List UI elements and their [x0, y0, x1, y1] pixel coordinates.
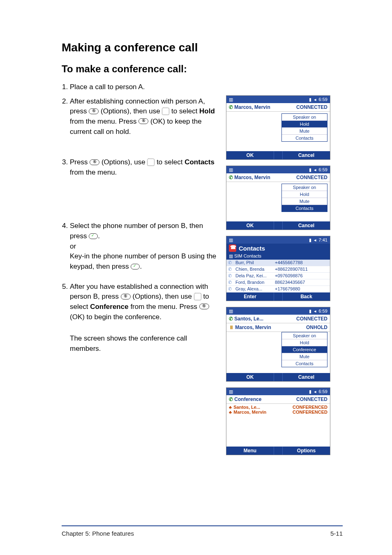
- step-1-text: Place a call to person A.: [70, 83, 145, 91]
- menu-item-mute[interactable]: Mute: [282, 128, 327, 135]
- call-status-2: ONHOLD: [306, 325, 327, 330]
- call-button-icon: [131, 264, 140, 269]
- menu-item-hold[interactable]: Hold: [282, 339, 327, 346]
- battery-icon: [229, 97, 233, 102]
- softkey-back[interactable]: Back: [283, 292, 330, 301]
- menu-item-contacts[interactable]: Contacts: [282, 205, 327, 212]
- softkey-cancel[interactable]: Cancel: [283, 373, 330, 381]
- sim-contacts-label: SIM Contacts: [234, 253, 261, 258]
- menu-item-speaker[interactable]: Speaker on: [282, 332, 327, 339]
- contact-row[interactable]: ✆Burr, Phil+4455667788: [226, 260, 330, 266]
- step-3-contacts: Contacts: [184, 158, 214, 166]
- softkey-ok[interactable]: OK: [226, 151, 274, 159]
- options-popup: Speaker on Hold Mute Contacts: [281, 113, 327, 142]
- menu-item-hold[interactable]: Hold: [282, 191, 327, 198]
- step-3-text-d: from the menu.: [70, 168, 117, 176]
- caller-name-2: Marcos, Mervin: [235, 325, 271, 330]
- step-5-text-d: from the menu. Press: [129, 303, 199, 311]
- footer-rule: [62, 525, 343, 526]
- contacts-title: Contacts: [239, 245, 265, 252]
- signal-icon: [309, 389, 311, 394]
- step-5-text-b: (Options), then use: [131, 292, 194, 300]
- menu-item-speaker[interactable]: Speaker on: [282, 184, 327, 191]
- caller-name: Marcos, Mervin: [234, 175, 270, 180]
- status-time: 6:59: [319, 167, 327, 172]
- step-5-conference: Conference: [90, 303, 129, 311]
- member-status: CONFERENCED: [293, 405, 327, 410]
- status-time: 6:59: [319, 389, 327, 394]
- step-2-text-c: to select: [169, 107, 199, 115]
- contact-row[interactable]: ✆Chien, Brenda+886228907811: [226, 266, 330, 273]
- menu-item-speaker[interactable]: Speaker on: [282, 114, 327, 121]
- member-name: Marcos, Mervin: [233, 410, 266, 415]
- signal-icon: [309, 237, 311, 243]
- softkey-options[interactable]: Options: [283, 447, 330, 455]
- screenshot-conference-menu: 6:59 ✆ Santos, Le... CONNECTED ⏸ Marcos,…: [226, 307, 330, 382]
- member-name: Santos, Le...: [233, 405, 260, 410]
- caller-name: Santos, Le...: [234, 316, 263, 322]
- status-time: 6:59: [319, 309, 327, 313]
- menu-item-hold[interactable]: Hold: [282, 121, 327, 128]
- sound-icon: [314, 97, 316, 102]
- step-2: After establishing connection with perso…: [70, 97, 218, 154]
- member-status: CONFERENCED: [293, 410, 327, 415]
- softkey-cancel[interactable]: Cancel: [283, 151, 330, 159]
- menu-item-conference[interactable]: Conference: [282, 346, 327, 353]
- ok-button-icon: ⦿: [199, 304, 209, 309]
- call-status: CONNECTED: [296, 316, 327, 322]
- battery-icon: [229, 389, 233, 394]
- page-title: Making a conference call: [62, 41, 343, 54]
- signal-icon: [309, 97, 311, 102]
- contacts-icon: [229, 244, 236, 252]
- step-4-text-b: .: [98, 232, 100, 240]
- battery-icon: [229, 167, 233, 173]
- step-2-text-b: (Options), then use: [99, 107, 162, 115]
- call-button-icon: [89, 233, 98, 239]
- step-3-text-c: to select: [154, 158, 184, 166]
- conference-status: CONNECTED: [296, 396, 327, 402]
- softkey-enter[interactable]: Enter: [226, 292, 274, 301]
- sound-icon: [314, 237, 316, 243]
- signal-icon: [309, 309, 311, 314]
- battery-icon: [229, 309, 233, 314]
- ok-button-icon: ⦿: [138, 118, 148, 124]
- step-2-hold: Hold: [199, 107, 215, 115]
- sim-icon: ▥: [229, 253, 234, 258]
- footer-chapter: Chapter 5: Phone features: [62, 530, 134, 537]
- step-3-text-a: Press: [70, 158, 90, 166]
- footer-page: 5-11: [330, 530, 343, 537]
- options-button-icon: ⦿: [90, 159, 99, 165]
- contact-row[interactable]: ✆Gray, Alexa...+176679880: [226, 286, 330, 292]
- contact-row[interactable]: ✆Ford, Brandon886234435667: [226, 279, 330, 286]
- sound-icon: [314, 389, 316, 394]
- menu-item-mute[interactable]: Mute: [282, 353, 327, 360]
- menu-item-contacts[interactable]: Contacts: [282, 360, 327, 367]
- call-status: CONNECTED: [296, 104, 327, 110]
- contact-row[interactable]: ✆Dela Paz, Kei...+0976098876: [226, 273, 330, 279]
- screenshot-contacts-menu: 6:59 ✆ Marcos, Mervin CONNECTED Speaker …: [226, 166, 330, 230]
- options-popup: Speaker on Hold Conference Mute Contacts: [281, 332, 327, 367]
- nav-key-icon: [162, 108, 169, 115]
- softkey-menu[interactable]: Menu: [226, 447, 274, 455]
- nav-key-icon: [194, 293, 201, 300]
- nav-key-icon: [147, 159, 154, 166]
- step-final-text: The screen shows the conference call mem…: [70, 334, 218, 354]
- screenshot-contacts-list: 7:41 Contacts ▥ SIM Contacts ✆Burr, Phil…: [226, 236, 330, 301]
- step-3: Press ⦿ (Options), use to select Contact…: [70, 157, 218, 217]
- softkey-ok[interactable]: OK: [226, 221, 274, 230]
- menu-item-contacts[interactable]: Contacts: [282, 135, 327, 141]
- options-popup: Speaker on Hold Mute Contacts: [281, 184, 327, 212]
- status-time: 7:41: [319, 237, 327, 242]
- step-4-or: or: [70, 242, 218, 252]
- step-2-text-d: from the menu. Press: [70, 117, 138, 125]
- softkey-cancel[interactable]: Cancel: [283, 221, 330, 230]
- step-1: Place a call to person A.: [70, 82, 218, 92]
- menu-item-mute[interactable]: Mute: [282, 198, 327, 205]
- step-4-text-c: Key-in the phone number of person B usin…: [70, 252, 216, 270]
- sound-icon: [314, 309, 316, 314]
- status-time: 6:59: [319, 97, 327, 102]
- conference-label: Conference: [234, 396, 261, 402]
- step-5: After you have established a connection …: [70, 282, 218, 354]
- softkey-ok[interactable]: OK: [226, 373, 274, 381]
- battery-icon: [229, 237, 233, 243]
